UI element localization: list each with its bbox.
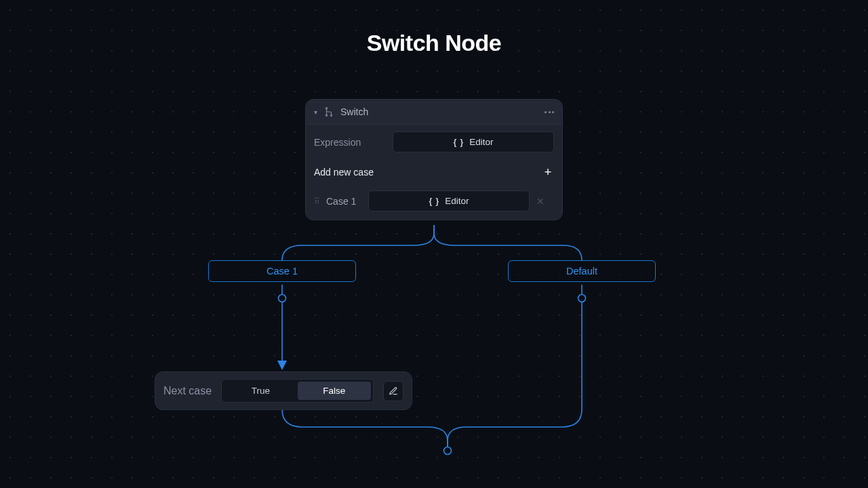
outlet-case1[interactable]: Case 1 (208, 260, 356, 282)
plus-icon[interactable]: + (542, 166, 554, 178)
outlet-default[interactable]: Default (508, 260, 656, 282)
editor-button-label: Editor (469, 137, 493, 147)
case-row: ⠿ Case 1 { } Editor ✕ (306, 185, 562, 220)
node-header: ▾ Switch (306, 100, 562, 125)
chevron-down-icon[interactable]: ▾ (314, 108, 317, 116)
next-case-label: Next case (163, 385, 212, 397)
switch-node-card: ▾ Switch Expression { } Editor Add new c… (305, 99, 563, 220)
add-case-row: Add new case + (306, 159, 562, 185)
editor-button-label: Editor (445, 196, 469, 206)
pencil-icon[interactable] (383, 381, 403, 401)
close-icon[interactable]: ✕ (536, 196, 545, 207)
page-title: Switch Node (0, 30, 868, 56)
expression-editor-button[interactable]: { } Editor (393, 131, 554, 152)
add-case-label: Add new case (314, 167, 374, 178)
braces-icon: { } (454, 138, 465, 147)
kebab-menu-icon[interactable] (545, 111, 554, 113)
svg-marker-3 (277, 361, 287, 370)
expression-row: Expression { } Editor (306, 125, 562, 159)
expression-label: Expression (314, 137, 361, 148)
svg-point-4 (279, 295, 286, 302)
braces-icon: { } (429, 197, 440, 206)
next-case-segmented: True False (221, 379, 374, 403)
case-editor-button[interactable]: { } Editor (368, 190, 530, 211)
svg-point-5 (578, 295, 586, 302)
dot-grid-background (0, 0, 868, 488)
case-name-label: Case 1 (326, 196, 361, 207)
branch-icon (324, 107, 334, 117)
svg-point-6 (444, 447, 452, 455)
node-title-text: Switch (340, 106, 368, 117)
connectors-svg (0, 0, 868, 488)
next-case-false-option[interactable]: False (298, 382, 371, 400)
next-case-true-option[interactable]: True (224, 382, 297, 400)
drag-handle-icon[interactable]: ⠿ (314, 197, 319, 206)
next-case-panel: Next case True False (155, 371, 412, 410)
